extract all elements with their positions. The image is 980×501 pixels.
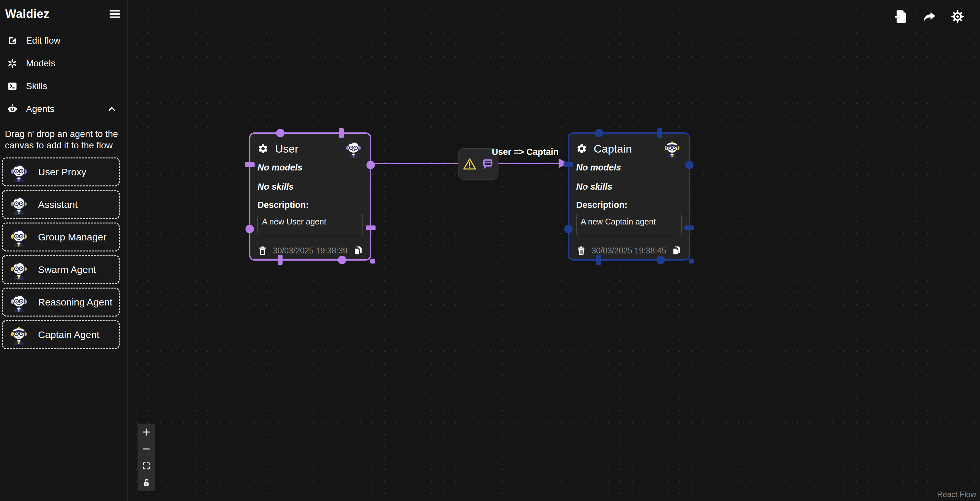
copy-icon (353, 246, 363, 256)
chat-icon (482, 158, 494, 170)
user-agent-avatar (344, 139, 363, 158)
user-proxy-avatar (9, 162, 29, 182)
handle-right-target[interactable] (684, 225, 694, 230)
handle-bottom-target[interactable] (278, 255, 283, 265)
description-label: Description: (258, 200, 363, 210)
edge-label: User => Captain (488, 147, 558, 157)
gear-icon (576, 143, 587, 154)
handle-right-target[interactable] (366, 225, 375, 230)
canvas-controls (138, 424, 155, 491)
handle-top-source[interactable] (657, 128, 662, 138)
node-title: Captain (594, 142, 632, 155)
zoom-in-button[interactable] (138, 424, 155, 440)
sidebar-item-skills[interactable]: Skills (0, 75, 127, 97)
fit-view-icon (142, 461, 151, 471)
settings-button[interactable] (950, 8, 966, 25)
trash-icon (576, 246, 586, 256)
sidebar-header: Waldiez (0, 0, 127, 21)
gear-icon (258, 143, 269, 154)
hamburger-icon (108, 8, 121, 20)
palette-item-user-proxy[interactable]: User Proxy (2, 158, 120, 187)
warning-icon (463, 157, 477, 171)
flow-toolbar (894, 8, 966, 25)
agent-palette: User Proxy Assistant Group Manager Swarm… (0, 158, 127, 349)
handle-left-source[interactable] (564, 225, 573, 233)
node-timestamp: 30/03/2025 19:38:45 (592, 246, 666, 255)
handle-left-target[interactable] (245, 162, 255, 167)
skills-status: No skills (258, 182, 363, 192)
handle-top-target[interactable] (595, 129, 603, 137)
node-timestamp: 30/03/2025 19:38:39 (273, 246, 347, 255)
handle-right-source[interactable] (685, 161, 694, 169)
handle-top-source[interactable] (339, 128, 344, 138)
unlock-icon (142, 478, 151, 487)
palette-item-reasoning-agent[interactable]: Reasoning Agent (2, 287, 120, 316)
reasoning-agent-avatar (9, 292, 29, 312)
clone-node-button[interactable] (671, 246, 681, 256)
lock-toggle-button[interactable] (138, 474, 155, 491)
resize-handle[interactable] (689, 258, 694, 263)
assistant-avatar (9, 195, 29, 215)
clone-node-button[interactable] (353, 246, 363, 256)
copy-icon (671, 246, 681, 256)
export-flow-button[interactable] (921, 8, 938, 25)
node-settings-button[interactable] (258, 143, 269, 155)
skills-status: No skills (576, 182, 681, 192)
handle-right-source[interactable] (366, 161, 375, 169)
palette-item-assistant[interactable]: Assistant (2, 190, 120, 219)
react-flow-attribution: React Flow (937, 490, 976, 499)
node-header: Captain (576, 139, 681, 158)
handle-top-target[interactable] (276, 129, 285, 137)
sidebar-item-models[interactable]: Models (0, 52, 127, 75)
description-input[interactable]: A new Captain agent (576, 214, 681, 235)
palette-item-label: Assistant (38, 199, 78, 210)
import-flow-button[interactable] (894, 8, 910, 25)
flow-canvas[interactable]: User => Captain User No models No skills… (128, 0, 980, 501)
sidebar-item-label: Models (26, 58, 55, 69)
sidebar-item-agents[interactable]: Agents (0, 97, 127, 120)
handle-bottom-target[interactable] (596, 255, 601, 265)
chevron-up-icon (107, 104, 117, 114)
palette-item-group-manager[interactable]: Group Manager (2, 223, 120, 252)
minus-icon (142, 444, 151, 453)
sidebar-item-edit-flow[interactable]: Edit flow (0, 29, 127, 52)
resize-handle[interactable] (370, 258, 375, 263)
palette-item-swarm-agent[interactable]: Swarm Agent (2, 255, 120, 284)
fit-view-button[interactable] (138, 457, 155, 474)
sidebar-menu: Edit flow Models Skills Agents (0, 29, 127, 120)
palette-item-label: Swarm Agent (38, 264, 96, 275)
sidebar-item-label: Skills (26, 81, 47, 91)
delete-node-button[interactable] (576, 246, 586, 256)
palette-item-label: Group Manager (38, 231, 106, 243)
node-footer: 30/03/2025 19:38:39 (258, 246, 363, 256)
handle-bottom-source[interactable] (338, 256, 346, 264)
palette-item-label: Reasoning Agent (38, 297, 113, 308)
zoom-out-button[interactable] (138, 440, 155, 457)
node-header: User (258, 139, 363, 158)
app-title: Waldiez (5, 7, 49, 21)
settings-icon (950, 9, 965, 24)
models-status: No models (258, 163, 363, 173)
skills-icon (7, 81, 18, 91)
agent-node-captain[interactable]: Captain No models No skills Description:… (568, 132, 690, 260)
delete-node-button[interactable] (258, 246, 267, 256)
handle-left-target[interactable] (563, 162, 573, 167)
models-icon (7, 58, 18, 69)
sidebar-item-label: Edit flow (26, 35, 60, 46)
palette-item-label: Captain Agent (38, 329, 99, 340)
handle-bottom-source[interactable] (657, 256, 665, 264)
agents-icon (7, 104, 18, 114)
node-settings-button[interactable] (576, 143, 588, 155)
agent-node-user[interactable]: User No models No skills Description: A … (249, 132, 371, 260)
menu-toggle-button[interactable] (108, 8, 121, 20)
description-input[interactable]: A new User agent (258, 214, 363, 235)
handle-left-source[interactable] (245, 225, 254, 233)
sidebar-item-label: Agents (26, 104, 54, 114)
plus-icon (142, 428, 151, 437)
import-icon (894, 9, 909, 24)
palette-item-captain-agent[interactable]: Captain Agent (2, 320, 120, 349)
node-title: User (275, 142, 299, 155)
palette-item-label: User Proxy (38, 167, 86, 178)
trash-icon (258, 246, 267, 256)
models-status: No models (576, 163, 681, 173)
